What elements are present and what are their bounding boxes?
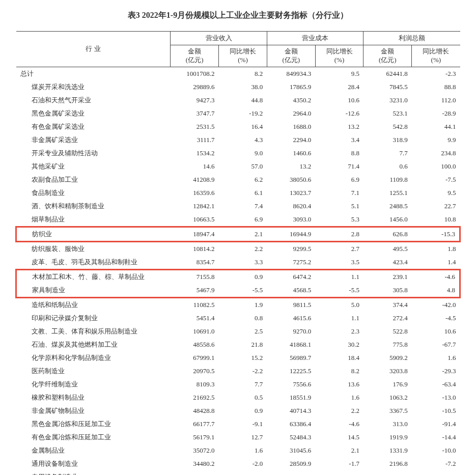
table-row: 金属制品业35072.01.631045.62.11331.9-10.0 [16, 444, 460, 457]
table-row: 印刷和记录媒介复制业5451.40.84615.61.1272.4-4.5 [16, 312, 460, 325]
cell: 9811.5 [267, 297, 315, 312]
cell: 1255.1 [363, 186, 412, 200]
cell: -67.7 [412, 338, 460, 351]
cell: 皮革、毛皮、羽毛及其制品和制鞋业 [16, 256, 171, 270]
table-row: 化学纤维制造业8109.37.77556.613.6176.9-63.4 [16, 378, 460, 391]
cell: 6.9 [315, 173, 363, 186]
cell: 34480.2 [171, 457, 219, 470]
cell: 1688.0 [267, 120, 315, 133]
cell: 通用设备制造业 [16, 457, 171, 470]
cell: 4615.6 [267, 312, 315, 325]
header-amount: 金额(亿元) [171, 45, 219, 67]
cell: 10.8 [412, 213, 460, 227]
cell: 29889.6 [171, 80, 219, 94]
cell: 0.5 [219, 391, 267, 404]
cell: 14.5 [315, 431, 363, 444]
cell: 52484.3 [267, 431, 315, 444]
cell: 7845.5 [363, 80, 412, 94]
cell: 1.6 [315, 470, 363, 475]
cell: -13.0 [412, 391, 460, 404]
cell: 1.9 [219, 297, 267, 312]
cell: 522.8 [363, 325, 412, 338]
cell: 3.5 [315, 256, 363, 270]
cell: 1.4 [412, 256, 460, 270]
cell: 2294.0 [267, 133, 315, 147]
cell: 1.1 [315, 312, 363, 325]
cell: 88.8 [412, 80, 460, 94]
table-row: 造纸和纸制品业11082.51.99811.55.0374.4-42.0 [16, 297, 460, 312]
cell: 化学纤维制造业 [16, 378, 171, 391]
table-row: 橡胶和塑料制品业21692.50.518551.91.61063.2-13.0 [16, 391, 460, 404]
cell: 0.8 [219, 312, 267, 325]
table-row: 皮革、毛皮、羽毛及其制品和制鞋业8354.73.37275.23.5423.41… [16, 256, 460, 270]
cell: 木材加工和木、竹、藤、棕、草制品业 [16, 269, 171, 284]
cell: 1063.2 [363, 391, 412, 404]
cell: 2.3 [315, 325, 363, 338]
cell: 有色金属冶炼和压延加工业 [16, 431, 171, 444]
cell: 2.2 [315, 404, 363, 417]
cell: 黑色金属矿采选业 [16, 107, 171, 120]
cell: 16944.9 [267, 227, 315, 241]
cell: 112.0 [412, 94, 460, 107]
cell: 3.4 [315, 133, 363, 147]
cell: 医药制造业 [16, 365, 171, 378]
table-row: 烟草制品业10663.56.93093.05.31456.010.8 [16, 213, 460, 227]
table-row: 农副食品加工业41208.96.238050.66.91109.8-7.5 [16, 173, 460, 186]
table-row: 非金属矿物制品业48428.80.940714.32.23367.5-10.5 [16, 404, 460, 417]
table-row: 石油和天然气开采业9427.344.84350.210.63231.0112.0 [16, 94, 460, 107]
cell: 7556.6 [267, 378, 315, 391]
cell: 6.1 [219, 186, 267, 200]
cell: -4.5 [412, 312, 460, 325]
cell: 2.2 [219, 241, 267, 256]
table-row: 化学原料和化学制品制造业67999.115.256989.718.45909.2… [16, 351, 460, 365]
cell: 非金属矿采选业 [16, 133, 171, 147]
cell: 9299.5 [267, 241, 315, 256]
cell: 7.1 [315, 186, 363, 200]
cell: 4.3 [219, 133, 267, 147]
cell: 13023.7 [267, 186, 315, 200]
cell: 3093.0 [267, 213, 315, 227]
cell: 4.8 [412, 284, 460, 298]
cell: 7.4 [219, 200, 267, 213]
header-growth: 同比增长(%) [412, 45, 460, 67]
table-row: 开采专业及辅助性活动1534.29.01460.68.87.7234.8 [16, 147, 460, 160]
cell: 11082.5 [171, 297, 219, 312]
cell: 30.2 [315, 338, 363, 351]
cell: 5451.4 [171, 312, 219, 325]
cell: -19.2 [219, 107, 267, 120]
cell: 318.9 [363, 133, 412, 147]
cell: 44.8 [219, 94, 267, 107]
cell: 41868.1 [267, 338, 315, 351]
cell: -4.6 [412, 269, 460, 284]
cell: 28509.9 [267, 457, 315, 470]
cell: -10.5 [412, 404, 460, 417]
cell: 7275.2 [267, 256, 315, 270]
table-row: 其他采矿业14.657.013.271.40.6100.0 [16, 160, 460, 173]
cell: 其他采矿业 [16, 160, 171, 173]
cell: 100.0 [412, 160, 460, 173]
table-row: 食品制造业16359.66.113023.77.11255.19.5 [16, 186, 460, 200]
cell: -7.2 [412, 457, 460, 470]
cell: 有色金属矿采选业 [16, 120, 171, 133]
cell: 2531.5 [171, 120, 219, 133]
cell: 26614.7 [171, 470, 219, 475]
cell: 1.6 [315, 391, 363, 404]
cell: 橡胶和塑料制品业 [16, 391, 171, 404]
cell: 16359.6 [171, 186, 219, 200]
table-row: 黑色金属冶炼和压延加工业66177.7-9.163386.4-4.6313.0-… [16, 417, 460, 431]
cell: 21.8 [219, 338, 267, 351]
cell: 10663.5 [171, 213, 219, 227]
cell: 开采专业及辅助性活动 [16, 147, 171, 160]
cell: 8.8 [315, 147, 363, 160]
header-revenue: 营业收入 [171, 32, 267, 45]
cell: 3203.8 [363, 365, 412, 378]
cell: 5.3 [315, 213, 363, 227]
table-row: 有色金属冶炼和压延加工业56179.112.752484.314.51919.9… [16, 431, 460, 444]
cell: 2060.9 [363, 470, 412, 475]
cell: 495.5 [363, 241, 412, 256]
cell: 66177.7 [171, 417, 219, 431]
cell: 62441.8 [363, 67, 412, 80]
cell: 374.4 [363, 297, 412, 312]
cell: 1.7 [219, 470, 267, 475]
cell: 9.9 [412, 133, 460, 147]
